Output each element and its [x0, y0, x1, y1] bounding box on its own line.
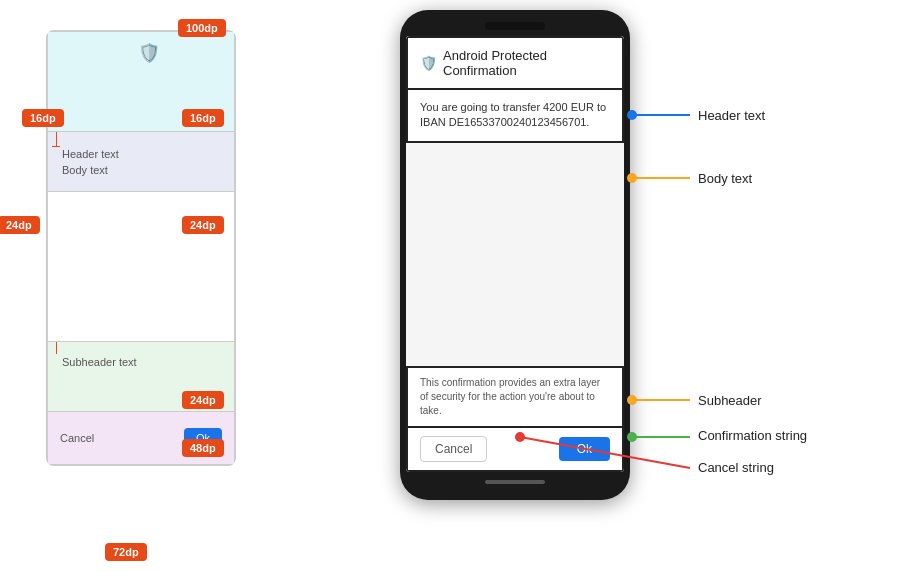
dialog-gap	[406, 143, 624, 366]
dialog-shield-icon: 🛡️	[420, 55, 437, 71]
annotation-header-text: Header text	[698, 108, 765, 123]
badge-24dp-right: 24dp	[182, 216, 224, 234]
left-diagram: 100dp 16dp 24dp 🛡️ Header text Body text…	[30, 30, 250, 466]
dialog-subheader-section: This confirmation provides an extra laye…	[406, 366, 624, 428]
dialog-buttons: Cancel Ok	[406, 428, 624, 472]
badge-16dp-top-right: 16dp	[182, 109, 224, 127]
subheader-text-label: Subheader text	[62, 356, 137, 368]
body-text-label: Body text	[62, 164, 108, 176]
dialog-body-text: You are going to transfer 4200 EUR to IB…	[420, 100, 610, 131]
badge-16dp-left: 16dp	[22, 109, 64, 127]
phone-home-bar	[485, 480, 545, 484]
phone-notch	[485, 22, 545, 30]
badge-100dp: 100dp	[178, 19, 226, 37]
annotation-confirmation-string: Confirmation string	[698, 428, 807, 443]
annotation-subheader: Subheader	[698, 393, 762, 408]
dialog-title: Android Protected Confirmation	[443, 48, 610, 78]
header-section: Header text Body text	[48, 132, 234, 192]
badge-72dp: 72dp	[105, 543, 147, 561]
dialog-subheader-text: This confirmation provides an extra laye…	[420, 376, 610, 418]
right-ok-button[interactable]: Ok	[559, 437, 610, 461]
header-text-label: Header text	[62, 148, 119, 160]
badge-24dp-left: 24dp	[0, 216, 40, 234]
dialog-title-bar: 🛡️ Android Protected Confirmation	[406, 36, 624, 90]
right-section: 🛡️ Android Protected Confirmation You ar…	[360, 0, 900, 572]
phone-screen: 🛡️ Android Protected Confirmation You ar…	[406, 36, 624, 472]
annotation-body-text: Body text	[698, 171, 752, 186]
right-cancel-button[interactable]: Cancel	[420, 436, 487, 462]
dialog-body-section: You are going to transfer 4200 EUR to IB…	[406, 90, 624, 143]
phone-device: 🛡️ Android Protected Confirmation You ar…	[400, 10, 630, 500]
annotation-cancel-string: Cancel string	[698, 460, 774, 475]
badge-24dp-sub: 24dp	[182, 391, 224, 409]
badge-48dp: 48dp	[182, 439, 224, 457]
left-cancel-button[interactable]: Cancel	[60, 432, 94, 444]
